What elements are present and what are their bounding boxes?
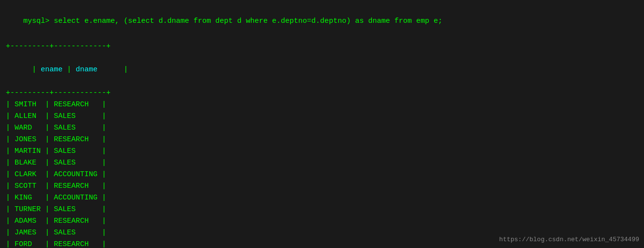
table-row: | MARTIN | SALES | [6, 146, 638, 157]
cell-dname: RESEARCH [49, 240, 102, 248]
cell-ename: MARTIN [10, 147, 45, 155]
separator-mid: +---------+------------+ [6, 87, 638, 99]
cell-ename: SCOTT [10, 182, 45, 190]
cell-ename: KING [10, 194, 45, 202]
cell-dname: ACCOUNTING [49, 170, 102, 179]
table-container: +---------+------------+ | ename | dname… [6, 41, 638, 248]
cell-ename: JONES [10, 135, 45, 144]
cell-ename: WARD [10, 124, 45, 132]
header-dname: dname [71, 66, 124, 74]
cell-ename: ALLEN [10, 112, 45, 120]
cell-dname: RESEARCH [49, 100, 102, 109]
data-rows: | SMITH | RESEARCH || ALLEN | SALES || W… [6, 99, 638, 248]
separator-top: +---------+------------+ [6, 41, 638, 52]
cell-dname: SALES [49, 229, 102, 237]
cell-ename: CLARK [10, 170, 45, 179]
border-mid: | [67, 66, 71, 74]
cell-ename: SMITH [10, 100, 45, 109]
cell-dname: SALES [49, 112, 102, 120]
table-row: | JONES | RESEARCH | [6, 134, 638, 146]
watermark: https://blog.csdn.net/weixin_45734499 [499, 236, 639, 243]
cell-dname: SALES [49, 147, 102, 155]
table-row: | WARD | SALES | [6, 122, 638, 134]
table-row: | SCOTT | RESEARCH | [6, 181, 638, 192]
table-row: | ADAMS | RESEARCH | [6, 215, 638, 227]
terminal: mysql> select e.ename, (select d.dname f… [0, 0, 644, 248]
cell-ename: BLAKE [10, 159, 45, 167]
cell-dname: SALES [49, 159, 102, 167]
table-row: | ALLEN | SALES | [6, 111, 638, 122]
cell-ename: JAMES [10, 229, 45, 237]
cell-ename: FORD [10, 240, 45, 248]
table-row: | SMITH | RESEARCH | [6, 99, 638, 111]
cell-dname: RESEARCH [49, 217, 102, 225]
cell-dname: ACCOUNTING [49, 194, 102, 202]
table-row: | BLAKE | SALES | [6, 157, 638, 169]
header-ename: ename [36, 66, 67, 74]
sql-text: select e.ename, (select d.dname from dep… [49, 17, 442, 25]
cell-ename: TURNER [10, 205, 45, 214]
table-row: | KING | ACCOUNTING | [6, 192, 638, 204]
prompt: mysql> [23, 17, 49, 25]
cell-dname: RESEARCH [49, 182, 102, 190]
table-row: | TURNER | SALES | [6, 204, 638, 215]
table-row: | CLARK | ACCOUNTING | [6, 169, 638, 181]
cell-ename: ADAMS [10, 217, 45, 225]
cell-dname: SALES [49, 205, 102, 214]
cell-dname: RESEARCH [49, 135, 102, 144]
header-row: | ename | dname | [6, 52, 638, 87]
border-left: | [32, 66, 36, 74]
border-right: | [124, 66, 128, 74]
cell-dname: SALES [49, 124, 102, 132]
sql-command: mysql> select e.ename, (select d.dname f… [6, 4, 638, 39]
